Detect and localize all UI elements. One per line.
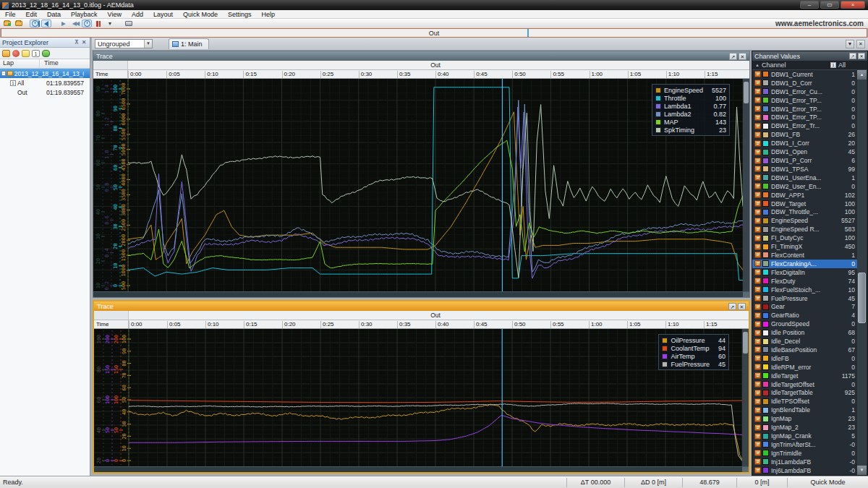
legend-row-lambda2[interactable]: Lambda20.82 — [655, 110, 726, 118]
channel-row-dbw1-p-corr[interactable]: DBW1_P_Corr6 — [752, 156, 858, 165]
channel-row-enginespeed[interactable]: EngineSpeed5527 — [752, 216, 858, 225]
tab-scroll-dropdown[interactable]: ▼ — [846, 40, 854, 48]
channel-row-dbw-target[interactable]: DBW_Target100 — [752, 200, 858, 208]
channel-row-flexfuelstoich-[interactable]: FlexFuelStoich_...10 — [752, 286, 858, 294]
minimize-button[interactable]: – — [800, 1, 819, 9]
trace-top-segment-band[interactable]: Out — [93, 61, 749, 70]
channel-scrollbar[interactable]: ▲ ▼ — [857, 70, 867, 475]
menu-add[interactable]: Add — [127, 11, 148, 18]
lap-overview-strip[interactable]: Out — [1, 28, 867, 38]
legend-row-airtemp[interactable]: AirTemp60 — [662, 352, 726, 360]
pin-icon[interactable]: ⊼ — [73, 39, 80, 46]
channel-row-dbw1-d-corr[interactable]: DBW1_D_Corr0 — [752, 79, 858, 87]
notes-icon[interactable] — [22, 50, 30, 57]
channel-row-gearratio[interactable]: GearRatio4 — [752, 311, 858, 320]
channel-row-dbw1-current[interactable]: DBW1_Current1 — [752, 70, 858, 79]
overview-cursor[interactable] — [527, 29, 529, 37]
menu-file[interactable]: File — [0, 11, 21, 18]
channel-row-inj6lambdafb[interactable]: Inj6LambdaFB-0 — [752, 466, 858, 475]
lap-column-header[interactable]: Lap — [0, 59, 40, 68]
float-window-icon[interactable]: ↗ — [729, 53, 737, 60]
website-link[interactable]: www.aemelectronics.com — [775, 20, 864, 27]
lap-number-icon[interactable]: 1 — [32, 50, 40, 57]
channel-row-dbw2-user-en-[interactable]: DBW2_User_En...0 — [752, 182, 858, 191]
channel-row-inj1lambdafb[interactable]: Inj1LambdaFB-0 — [752, 458, 858, 466]
channel-row-idle-position[interactable]: Idle Position68 — [752, 328, 858, 337]
rewind-button[interactable]: ◀◀ — [70, 20, 80, 27]
trace-bottom-title-bar[interactable]: Trace ↗ ✕ — [94, 301, 749, 311]
play-button[interactable] — [59, 20, 69, 27]
trace-top-plot[interactable]: 1020304050607080900.20.40.60.81.01.21.40… — [93, 79, 749, 291]
menu-settings[interactable]: Settings — [223, 11, 257, 18]
sort-ascending-icon[interactable]: ▲ — [755, 63, 760, 67]
segment-icon[interactable] — [42, 50, 50, 57]
channel-row-ignmap-2[interactable]: IgnMap_223 — [752, 423, 858, 432]
channel-row-fuelpressure[interactable]: FuelPressure45 — [752, 294, 858, 303]
channel-row-dbw1-error-tr-[interactable]: DBW1_Error_Tr...0 — [752, 121, 858, 130]
loop-button[interactable] — [82, 20, 92, 27]
menu-view[interactable]: View — [103, 11, 127, 18]
channel-row-dbw1-error-tp-[interactable]: DBW1_Error_TP...0 — [752, 114, 858, 122]
legend-row-fuelpressure[interactable]: FuelPressure45 — [662, 360, 726, 368]
scroll-down-icon[interactable]: ▼ — [857, 466, 867, 475]
menu-data[interactable]: Data — [42, 11, 66, 18]
channel-row-flexdigitalin[interactable]: FlexDigitalIn95 — [752, 268, 858, 277]
trace-bottom-segment-band[interactable]: Out — [94, 311, 749, 320]
channel-row-dbw1-userena-[interactable]: DBW1_UserEna...1 — [752, 174, 858, 182]
channel-row-dbw1-i-corr[interactable]: DBW1_I_Corr20 — [752, 139, 858, 147]
channel-row-idle-decel[interactable]: Idle_Decel0 — [752, 337, 858, 346]
print-button[interactable] — [124, 20, 134, 27]
channel-column-header[interactable]: Channel — [762, 61, 786, 69]
menu-playback[interactable]: Playback — [66, 11, 103, 18]
trace-bottom-time-axis[interactable]: Time 0:000:050:100:150:200:250:300:350:4… — [94, 320, 749, 329]
playback-options-dropdown[interactable]: ▼ — [105, 20, 115, 27]
channel-row-enginespeed-r-[interactable]: EngineSpeed R...583 — [752, 225, 858, 234]
channel-row-idletarget[interactable]: IdleTarget1175 — [752, 372, 858, 380]
close-panel-icon[interactable]: ✕ — [858, 53, 865, 59]
open-log-icon[interactable] — [2, 50, 10, 57]
tab-close-button[interactable]: ✕ — [856, 40, 865, 48]
pause-button[interactable] — [93, 20, 103, 27]
trace-top-hscrollbar[interactable] — [93, 291, 749, 297]
close-button[interactable]: × — [841, 1, 865, 9]
explorer-row-all[interactable]: 1All01:19.839557 — [0, 78, 90, 87]
channel-row-idlebaseposition[interactable]: IdleBasePosition67 — [752, 346, 858, 354]
channel-row-ignmap-crank[interactable]: IgnMap_Crank5 — [752, 432, 858, 440]
channel-row-idlefb[interactable]: IdleFB0 — [752, 354, 858, 363]
channel-row-dbw1-error-cu-[interactable]: DBW1_Error_Cu...0 — [752, 87, 858, 96]
close-window-icon[interactable]: ✕ — [738, 303, 746, 310]
channel-row-idletargetoffset[interactable]: IdleTargetOffset0 — [752, 380, 858, 389]
channel-row-igntrimidle[interactable]: IgnTrimIdle0 — [752, 449, 858, 458]
legend-row-map[interactable]: MAP143 — [655, 118, 726, 126]
close-panel-icon[interactable]: ✕ — [80, 39, 88, 46]
channel-row-igntrimafterst-[interactable]: IgnTrimAfterSt...-0 — [752, 440, 858, 449]
group-selector-combo[interactable]: Ungrouped ▼ — [95, 39, 153, 48]
channel-row-idlerpm-error[interactable]: IdleRPM_error0 — [752, 363, 858, 372]
channel-row-groundspeed[interactable]: GroundSpeed0 — [752, 320, 858, 328]
channel-row-dbw1-open[interactable]: DBW1_Open45 — [752, 147, 858, 156]
open-project-button[interactable] — [14, 20, 24, 27]
open-log-button[interactable] — [2, 20, 12, 27]
float-window-icon[interactable]: ↗ — [849, 53, 856, 59]
channel-row-fi-dutycyc[interactable]: FI_DutyCyc100 — [752, 234, 858, 242]
legend-row-spktiming[interactable]: SpkTiming23 — [655, 126, 726, 134]
channel-row-dbw1-fb[interactable]: DBW1_FB26 — [752, 130, 858, 139]
remove-log-icon[interactable] — [12, 50, 20, 57]
channel-row-fi-timingx[interactable]: FI_TimingX450 — [752, 242, 858, 251]
explorer-row-out[interactable]: Out01:19.839557 — [0, 87, 90, 97]
channel-row-dbw1-error-tp-[interactable]: DBW1_Error_TP...0 — [752, 96, 858, 105]
channel-row-ignblendtable[interactable]: IgnBlendTable1 — [752, 406, 858, 414]
close-window-icon[interactable]: ✕ — [739, 53, 746, 60]
menu-quick-mode[interactable]: Quick Mode — [178, 11, 223, 18]
legend-row-lambda1[interactable]: Lambda10.77 — [655, 102, 726, 110]
channel-row-flexduty[interactable]: FlexDuty74 — [752, 277, 858, 286]
explorer-row-2013-12-18-16-14-13-0-itlog[interactable]: -2013_12_18_16_14_13_0.itlog — [0, 69, 90, 78]
channel-row-dbw1-error-tp-[interactable]: DBW1_Error_TP...0 — [752, 105, 858, 114]
trace-top-time-axis[interactable]: Time 0:000:050:100:150:200:250:300:350:4… — [93, 70, 749, 79]
channel-row-dbw-throttle-[interactable]: DBW_Throttle_...100 — [752, 208, 858, 217]
channel-row-flexcrankinga-[interactable]: FlexCrankingA...0 — [752, 260, 858, 268]
trace-bottom-plot[interactable]: 2040608010005010015020005010015020001020… — [94, 329, 749, 466]
tab-main[interactable]: 1: Main — [169, 38, 209, 49]
legend-row-oilpressure[interactable]: OilPressure44 — [662, 336, 726, 344]
time-column-header[interactable]: Time — [40, 59, 59, 68]
